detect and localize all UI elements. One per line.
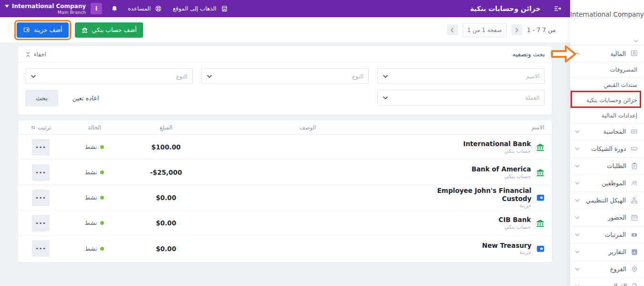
add-bank-account-label: أضف حساب بنكي xyxy=(92,26,137,33)
sidebar-item-accounting[interactable]: المحاسبة xyxy=(570,123,644,140)
sidebar-company-name[interactable]: International Company xyxy=(570,0,644,45)
sidebar-item-label: الفروع xyxy=(610,265,626,273)
lifebuoy-icon xyxy=(155,5,162,12)
sidebar-subitem-treasuries-bank-accounts[interactable]: خزائن وحسابات بنكية xyxy=(570,92,644,107)
next-page-button[interactable] xyxy=(511,24,522,35)
sidebar-item-employees[interactable]: الموظفين xyxy=(570,174,644,191)
filter-type-select[interactable]: النوع xyxy=(201,68,369,84)
notifications-button[interactable] xyxy=(111,5,118,13)
filter-currency-placeholder: العملة xyxy=(525,95,540,101)
annotation-orange-box: أضف خزينة xyxy=(14,20,71,40)
table-row: Employee John's Financial Custody خزينة … xyxy=(18,185,552,211)
chevron-down-icon xyxy=(575,181,580,185)
status-badge: نشط xyxy=(85,194,97,201)
sidebar-item-branches[interactable]: الفروع xyxy=(570,260,644,277)
status-badge: نشط xyxy=(85,144,97,150)
status-dot xyxy=(100,247,104,251)
sidebar-item-attendance[interactable]: الحضور xyxy=(570,209,644,226)
chevron-down-icon xyxy=(383,74,388,78)
filter-currency-select[interactable]: العملة xyxy=(377,90,545,106)
row-actions-button[interactable]: ••• xyxy=(32,215,50,232)
column-header-amount: المبلغ xyxy=(125,124,207,131)
status-dot xyxy=(100,170,104,174)
people-icon xyxy=(630,180,638,187)
sidebar-item-org-structure[interactable]: الهيكل التنظيمي xyxy=(570,191,644,209)
collapse-icon xyxy=(25,51,31,58)
column-header-status: الحالة xyxy=(63,124,125,131)
account-name: CIB Bank xyxy=(499,216,531,224)
status-dot xyxy=(100,196,104,200)
add-bank-account-button[interactable]: أضف حساب بنكي xyxy=(75,22,143,38)
sidebar-item-label: الموظفين xyxy=(602,180,626,187)
sidebar-subitem-finance-settings[interactable]: إعدادات المالية xyxy=(570,107,644,123)
chevron-down-icon xyxy=(575,147,580,150)
column-header-name: الاسم xyxy=(409,124,552,131)
previous-page-button[interactable] xyxy=(447,24,458,35)
bank-icon xyxy=(81,27,88,33)
hide-label: اخفاء xyxy=(34,51,46,58)
account-type: حساب بنكي xyxy=(505,173,531,180)
account-amount: $100.00 xyxy=(151,143,181,151)
sidebar-toggle-button[interactable] xyxy=(553,4,562,13)
account-name: International Bank xyxy=(463,140,531,148)
filter-card: بحث وتصفيه اخفاء الاسم النوع النوع العمل… xyxy=(18,46,552,115)
status-badge: نشط xyxy=(85,169,97,176)
sidebar-item-templates[interactable]: القوالب xyxy=(570,277,644,286)
treasury-icon xyxy=(536,244,545,253)
filter-type-placeholder: النوع xyxy=(352,73,364,80)
account-name: New Treasury xyxy=(482,242,531,250)
bell-icon xyxy=(111,5,118,13)
map-pin-icon xyxy=(631,265,638,273)
cash-icon xyxy=(630,128,638,135)
sidebar-item-requests[interactable]: الطلبات xyxy=(570,157,644,174)
sidebar-item-label: دورة الشيكات xyxy=(591,145,626,152)
sidebar-item-payroll[interactable]: المرتبات xyxy=(570,226,644,243)
chevron-down-icon xyxy=(575,199,580,202)
search-button[interactable]: بحث xyxy=(25,90,58,106)
sidebar-item-label: المرتبات xyxy=(605,231,626,238)
sidebar-item-finance[interactable]: المالية xyxy=(570,45,644,62)
hide-filters-button[interactable]: اخفاء xyxy=(25,51,46,58)
column-header-description: الوصف xyxy=(207,124,409,131)
bar-chart-icon xyxy=(631,248,638,256)
table-header: الاسم الوصف المبلغ الحالة ترتيب xyxy=(18,120,552,135)
company-switcher[interactable]: International Company Main Branch xyxy=(5,3,86,15)
page-indicator[interactable]: صفحة 1 من 1 xyxy=(463,23,507,37)
account-amount: $0.00 xyxy=(156,194,177,201)
add-treasury-label: أضف خزينة xyxy=(34,26,62,33)
filter-name-placeholder: الاسم xyxy=(526,73,540,80)
avatar[interactable]: I xyxy=(91,3,102,14)
goto-site-link[interactable]: الذهاب إلى الموقع xyxy=(173,5,228,12)
sidebar-subitem-expenses[interactable]: المصروفات xyxy=(570,62,644,77)
help-label: المساعده xyxy=(128,5,151,12)
org-chart-icon xyxy=(630,197,638,204)
row-actions-button[interactable]: ••• xyxy=(32,190,50,206)
row-actions-button[interactable]: ••• xyxy=(32,164,50,181)
help-menu[interactable]: المساعده xyxy=(128,5,162,12)
row-actions-button[interactable]: ••• xyxy=(32,240,50,257)
chevron-left-icon xyxy=(450,27,454,33)
wallet-icon xyxy=(23,27,30,33)
row-actions-button[interactable]: ••• xyxy=(32,139,50,156)
storefront-icon xyxy=(220,5,229,12)
sidebar-item-reports[interactable]: التقارير xyxy=(570,243,644,260)
account-amount: $0.00 xyxy=(156,219,177,227)
column-header-order[interactable]: ترتيب xyxy=(18,124,63,131)
filter-type2-select[interactable]: النوع xyxy=(25,68,193,84)
filter-name-select[interactable]: الاسم xyxy=(377,68,545,84)
sidebar-item-label: الهيكل التنظيمي xyxy=(586,197,626,204)
status-dot xyxy=(100,221,104,225)
account-type: حساب بنكي xyxy=(505,224,531,230)
reset-filters-link[interactable]: اعاده تعين xyxy=(73,95,99,102)
sidebar-toggle-icon xyxy=(553,4,562,13)
chevron-down-icon xyxy=(575,250,580,254)
sidebar-item-cheque-cycle[interactable]: دورة الشيكات xyxy=(570,140,644,157)
add-treasury-button[interactable]: أضف خزينة xyxy=(17,22,69,38)
account-type: خزينة xyxy=(519,202,531,209)
goto-site-label: الذهاب إلى الموقع xyxy=(173,5,216,12)
sidebar-subitem-receipt-vouchers[interactable]: سندات القبض xyxy=(570,77,644,92)
sidebar-item-label: الطلبات xyxy=(607,162,626,169)
chevron-down-icon xyxy=(575,164,580,168)
sidebar-item-label: المحاسبة xyxy=(603,128,626,135)
chevron-down-icon xyxy=(575,233,580,236)
